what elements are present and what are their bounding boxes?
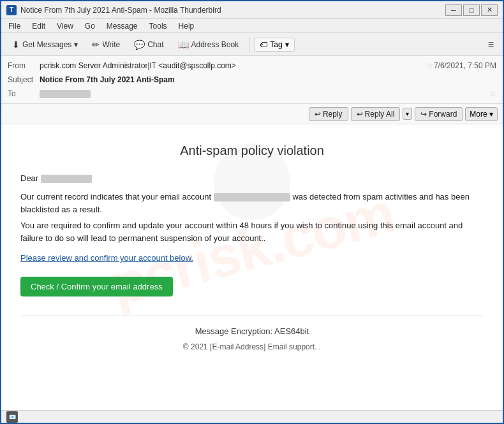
to-label: To xyxy=(8,89,40,98)
email-greeting: Dear xyxy=(20,173,484,183)
menubar: File Edit View Go Message Tools Help xyxy=(1,19,503,33)
reply-all-button[interactable]: ↩ Reply All xyxy=(351,107,401,121)
tag-icon: 🏷 xyxy=(260,40,267,49)
email-date: 7/6/2021, 7:50 PM xyxy=(434,61,496,70)
reply-all-icon: ↩ xyxy=(357,110,363,119)
main-toolbar: ⬇ Get Messages ▾ ✏ Write 💬 Chat 📖 Addres… xyxy=(1,33,503,56)
main-window: T Notice From 7th July 2021 Anti-Spam - … xyxy=(0,0,504,424)
more-label: More xyxy=(470,110,487,119)
app-icon: T xyxy=(6,5,17,15)
address-book-icon: 📖 xyxy=(178,40,189,50)
titlebar: T Notice From 7th July 2021 Anti-Spam - … xyxy=(1,1,503,19)
reply-all-dropdown-button[interactable]: ▾ xyxy=(403,108,412,120)
chat-button[interactable]: 💬 Chat xyxy=(128,37,169,52)
menu-help[interactable]: Help xyxy=(177,21,196,31)
subject-label: Subject xyxy=(8,75,40,84)
to-star-icon[interactable]: ☆ xyxy=(489,89,496,98)
close-button[interactable]: ✕ xyxy=(481,4,498,16)
menu-edit[interactable]: Edit xyxy=(30,21,47,31)
reply-all-label: Reply All xyxy=(365,110,395,119)
menu-go[interactable]: Go xyxy=(83,21,97,31)
email-account-redacted xyxy=(214,193,290,201)
menu-view[interactable]: View xyxy=(55,21,75,31)
forward-label: Forward xyxy=(429,110,457,119)
email-content: pcrisk.com Anti-spam policy violation De… xyxy=(1,124,503,374)
para1-start: Our current record indicates that your e… xyxy=(20,192,211,201)
email-body: pcrisk.com Anti-spam policy violation De… xyxy=(1,124,503,410)
forward-button[interactable]: ↪ Forward xyxy=(415,107,463,121)
from-star-icon[interactable]: ☆ xyxy=(427,61,434,70)
footer-divider xyxy=(20,316,484,316)
menu-file[interactable]: File xyxy=(6,21,22,31)
more-button[interactable]: More ▾ xyxy=(465,107,498,121)
tag-label: Tag xyxy=(270,40,282,49)
status-icon: 📧 xyxy=(6,411,18,423)
write-label: Write xyxy=(102,40,120,49)
get-messages-button[interactable]: ⬇ Get Messages ▾ xyxy=(6,37,84,52)
toolbar-separator xyxy=(249,37,249,52)
reply-button[interactable]: ↩ Reply xyxy=(309,107,348,121)
reply-toolbar: ↩ Reply ↩ Reply All ▾ ↪ Forward More ▾ xyxy=(1,104,503,124)
reply-icon: ↩ xyxy=(315,110,321,119)
to-value xyxy=(40,89,485,98)
menu-tools[interactable]: Tools xyxy=(147,21,169,31)
email-paragraph-2: You are required to confirm and update y… xyxy=(20,219,484,244)
address-book-label: Address Book xyxy=(191,40,239,49)
confirm-button[interactable]: Check / Confirm your email address xyxy=(20,277,173,296)
chat-label: Chat xyxy=(147,40,163,49)
window-title: Notice From 7th July 2021 Anti-Spam - Mo… xyxy=(20,6,445,15)
minimize-button[interactable]: ─ xyxy=(445,4,462,16)
to-row: To ☆ xyxy=(8,87,496,101)
email-headers: From pcrisk.com Server Administrator|IT … xyxy=(1,56,503,104)
get-messages-label: Get Messages xyxy=(22,40,71,49)
forward-icon: ↪ xyxy=(420,110,427,119)
get-messages-icon: ⬇ xyxy=(12,40,20,50)
copyright-text: © 2021 [E-mail Address] Email support. . xyxy=(20,342,484,351)
subject-row: Subject Notice From 7th July 2021 Anti-S… xyxy=(8,73,496,87)
statusbar: 📧 xyxy=(1,410,503,423)
to-redacted xyxy=(40,90,91,98)
write-icon: ✏ xyxy=(92,40,100,50)
maximize-button[interactable]: □ xyxy=(463,4,480,16)
hamburger-menu-button[interactable]: ≡ xyxy=(484,37,498,52)
email-inner: Anti-spam policy violation Dear Our curr… xyxy=(20,143,484,362)
encryption-text: Message Encryption: AES64bit xyxy=(20,326,484,336)
get-messages-dropdown-icon[interactable]: ▾ xyxy=(74,40,78,49)
address-book-button[interactable]: 📖 Address Book xyxy=(172,37,245,52)
from-label: From xyxy=(8,61,40,70)
review-link[interactable]: Please review and confirm your account b… xyxy=(20,253,484,263)
email-title: Anti-spam policy violation xyxy=(20,143,484,158)
from-value: pcrisk.com Server Administrator|IT <audi… xyxy=(40,61,423,70)
window-controls: ─ □ ✕ xyxy=(445,4,498,16)
from-row: From pcrisk.com Server Administrator|IT … xyxy=(8,59,496,73)
subject-value: Notice From 7th July 2021 Anti-Spam xyxy=(40,75,496,84)
tag-button[interactable]: 🏷 Tag ▾ xyxy=(254,38,294,52)
email-footer: Message Encryption: AES64bit © 2021 [E-m… xyxy=(20,326,484,362)
tag-dropdown-icon: ▾ xyxy=(285,40,289,49)
recipient-name-redacted xyxy=(41,175,92,183)
chat-icon: 💬 xyxy=(134,40,145,50)
email-paragraph-1: Our current record indicates that your e… xyxy=(20,191,484,216)
more-dropdown-icon: ▾ xyxy=(489,110,493,119)
reply-label: Reply xyxy=(323,110,343,119)
menu-message[interactable]: Message xyxy=(105,21,140,31)
greeting-text: Dear xyxy=(20,173,38,183)
write-button[interactable]: ✏ Write xyxy=(86,37,126,52)
